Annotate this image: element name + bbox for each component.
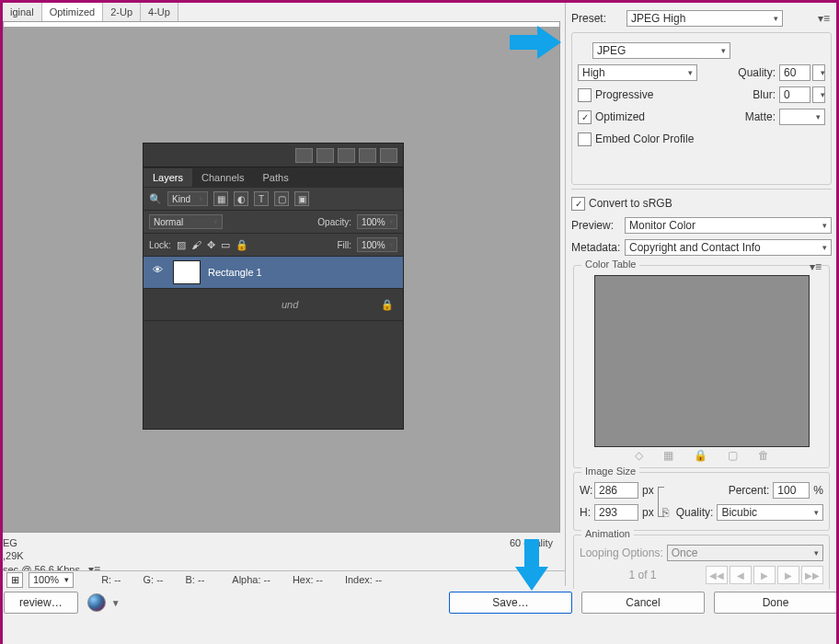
metadata-select[interactable]: Copyright and Contact Info	[625, 239, 832, 256]
percent-label: Percent:	[729, 484, 770, 497]
animation-controls: ◀◀ ◀ ▶ ▶ ▶▶	[706, 566, 823, 584]
opacity-value[interactable]: 100%	[357, 214, 397, 229]
embed-profile-checkbox[interactable]	[578, 132, 592, 146]
zoom-select[interactable]: 100%▾	[29, 572, 74, 588]
ct-icon: 🔒	[694, 449, 707, 462]
ct-icon: 🗑	[758, 449, 769, 462]
link-icon[interactable]: ⎘	[662, 506, 669, 519]
ct-icon: ▦	[663, 449, 673, 462]
last-frame-button: ▶▶	[801, 566, 823, 584]
cancel-button[interactable]: Cancel	[581, 592, 705, 614]
optimized-checkbox[interactable]	[578, 110, 592, 124]
format-select[interactable]: JPEG	[592, 42, 730, 59]
visibility-eye-icon[interactable]	[149, 296, 166, 313]
panel-tab-layers[interactable]: Layers	[144, 168, 192, 187]
hex-value: Hex: --	[293, 574, 323, 585]
dialog-buttons-row: review… ▼ Save… Cancel Done	[0, 589, 839, 616]
adjustment-icon	[380, 148, 397, 163]
frame-indicator: 1 of 1	[580, 569, 706, 581]
panel-tab-channels[interactable]: Channels	[192, 168, 253, 187]
filter-type-icon[interactable]: T	[254, 191, 269, 206]
opacity-label: Opacity:	[317, 217, 351, 227]
lock-icon: 🔒	[381, 299, 394, 311]
height-input[interactable]: 293	[594, 504, 638, 521]
convert-srgb-label: Convert to sRGB	[589, 197, 672, 210]
resample-select[interactable]: Bicubic	[717, 504, 823, 521]
canvas-preview: Layers Channels Paths 🔍 Kind ▦ ◐ T ▢ ▣ N…	[3, 21, 560, 533]
filter-adjust-icon[interactable]: ◐	[234, 191, 248, 206]
layer-name: Rectangle 1	[208, 267, 262, 278]
blur-label: Blur:	[753, 88, 776, 101]
lock-label: Lock:	[149, 240, 171, 250]
adjustment-icon	[338, 148, 355, 163]
visibility-eye-icon[interactable]: 👁	[149, 264, 166, 281]
quality-label: Quality:	[738, 66, 776, 79]
lock-artboard-icon[interactable]: ▭	[221, 239, 230, 251]
lock-all-icon[interactable]: 🔒	[236, 239, 248, 251]
filter-shape-icon[interactable]: ▢	[274, 191, 289, 206]
ct-icon: ◇	[635, 449, 643, 462]
tab-4up[interactable]: 4-Up	[141, 3, 178, 21]
matte-select[interactable]	[779, 109, 825, 125]
tab-original[interactable]: iginal	[3, 3, 42, 21]
tab-2up[interactable]: 2-Up	[103, 3, 141, 21]
preview-button[interactable]: review…	[4, 592, 78, 614]
preview-select[interactable]: Monitor Color	[625, 217, 832, 234]
matte-label: Matte:	[745, 110, 776, 123]
adjustment-icon	[359, 148, 376, 163]
browser-preview-icon[interactable]	[87, 593, 106, 612]
zoom-info-row: ⊞ 100%▾ R: -- G: -- B: -- Alpha: -- Hex:…	[3, 570, 568, 588]
blend-mode-select[interactable]: Normal	[149, 214, 223, 229]
done-button[interactable]: Done	[714, 592, 837, 614]
annotation-arrow-down	[515, 539, 548, 594]
lock-transparent-icon[interactable]: ▨	[177, 239, 186, 251]
metadata-label: Metadata:	[571, 241, 625, 254]
looping-label: Looping Options:	[580, 546, 663, 559]
prev-frame-button: ◀	[730, 566, 752, 584]
progressive-label: Progressive	[595, 88, 653, 101]
search-icon: 🔍	[149, 193, 162, 205]
preset-select[interactable]: JPEG High	[626, 10, 783, 27]
px-label: px	[642, 506, 654, 519]
progressive-checkbox[interactable]	[578, 88, 592, 102]
save-button[interactable]: Save…	[449, 592, 572, 614]
quality-preset-select[interactable]: High	[578, 64, 697, 81]
lock-position-icon[interactable]: ✥	[207, 239, 215, 251]
blur-stepper[interactable]	[812, 86, 825, 103]
format-info: EG	[3, 536, 102, 549]
preview-tabs: iginal Optimized 2-Up 4-Up	[3, 3, 560, 22]
quality-stepper[interactable]	[812, 64, 825, 81]
lock-paint-icon[interactable]: 🖌	[191, 239, 201, 250]
filter-image-icon[interactable]: ▦	[213, 191, 228, 206]
color-table-menu-icon[interactable]: ▾≡	[808, 260, 823, 273]
convert-srgb-checkbox[interactable]	[571, 197, 585, 211]
w-label: W:	[580, 484, 594, 497]
px-label: px	[642, 484, 654, 497]
color-table-legend: Color Table	[581, 259, 639, 270]
fill-value[interactable]: 100%	[357, 237, 397, 252]
b-value: B: --	[186, 574, 205, 585]
layer-row-background[interactable]: und 🔒	[144, 289, 403, 321]
quality-input[interactable]: 60	[779, 64, 810, 81]
browser-dropdown-icon[interactable]: ▼	[111, 598, 121, 608]
filter-smart-icon[interactable]: ▣	[294, 191, 309, 206]
next-frame-button: ▶	[777, 566, 799, 584]
layer-name: und	[282, 299, 298, 310]
first-frame-button: ◀◀	[706, 566, 728, 584]
play-button: ▶	[753, 566, 776, 584]
adjustment-icon	[316, 148, 334, 163]
kind-filter-select[interactable]: Kind	[167, 191, 208, 206]
image-quality-label: Quality:	[676, 506, 714, 519]
preset-menu-icon[interactable]: ▾≡	[816, 12, 832, 25]
hand-tool-icon[interactable]: ⊞	[6, 572, 23, 588]
width-input[interactable]: 286	[594, 482, 638, 499]
color-table-box	[594, 275, 810, 447]
blur-input[interactable]: 0	[779, 86, 810, 103]
tab-optimized[interactable]: Optimized	[42, 3, 104, 21]
panel-tab-paths[interactable]: Paths	[254, 168, 298, 187]
layer-row-rectangle1[interactable]: 👁 Rectangle 1	[144, 257, 403, 289]
annotation-arrow-right	[510, 26, 565, 59]
percent-input[interactable]: 100	[773, 482, 810, 499]
g-value: G: --	[144, 574, 164, 585]
h-label: H:	[580, 506, 594, 519]
